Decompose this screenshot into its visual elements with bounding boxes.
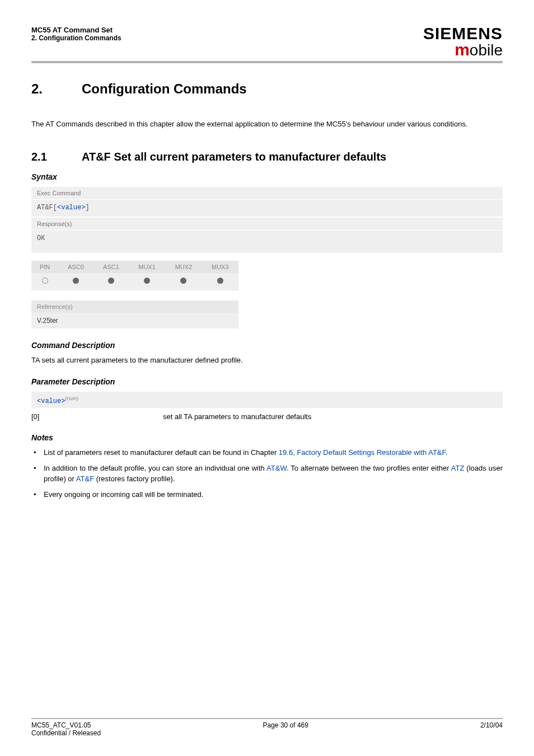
footer-left: MC55_ATC_V01.05: [31, 721, 91, 729]
section-heading: 2.1AT&F Set all current parameters to ma…: [31, 151, 503, 163]
exec-prefix: AT&F[: [37, 204, 57, 212]
footer-center: Page 30 of 469: [263, 721, 308, 729]
footer-divider: [31, 718, 503, 719]
param-name-link[interactable]: <value>: [37, 397, 65, 405]
chapter-title: Configuration Commands: [82, 81, 247, 96]
command-description-heading: Command Description: [31, 341, 503, 350]
exec-param-link[interactable]: <value>: [57, 204, 85, 212]
page-footer: MC55_ATC_V01.05 Page 30 of 469 2/10/04 C…: [31, 718, 503, 737]
exec-command-label: Exec Command: [31, 187, 503, 199]
notes-heading: Notes: [31, 433, 503, 442]
param-row: [0] set all TA parameters to manufacture…: [31, 412, 503, 421]
param-value: set all TA parameters to manufacturer de…: [163, 412, 311, 421]
command-description-text: TA sets all current parameters to the ma…: [31, 355, 503, 365]
doc-title: MC55 AT Command Set: [31, 26, 121, 34]
note-link[interactable]: AT&F: [76, 475, 94, 483]
exec-suffix: ]: [85, 204, 89, 212]
status-empty-icon: [31, 273, 58, 290]
col-asc0: ASC0: [58, 261, 93, 273]
param-sup: (num): [65, 396, 78, 401]
col-mux3: MUX3: [202, 261, 238, 273]
status-full-icon: [93, 273, 129, 290]
note-link[interactable]: 19.6, Factory Default Settings Restorabl…: [279, 448, 446, 457]
header-divider: [31, 61, 503, 63]
brand-m: m: [455, 40, 470, 59]
parameter-name-bar: <value>(num): [31, 392, 503, 408]
syntax-heading: Syntax: [31, 172, 503, 181]
col-mux2: MUX2: [165, 261, 202, 273]
note-item: Every ongoing or incoming call will be t…: [31, 490, 503, 500]
page-header: MC55 AT Command Set 2. Configuration Com…: [31, 26, 503, 58]
header-left: MC55 AT Command Set 2. Configuration Com…: [31, 26, 121, 42]
section-title: AT&F Set all current parameters to manuf…: [82, 151, 386, 163]
note-link[interactable]: AT&W: [266, 464, 287, 472]
footer-left2: Confidential / Released: [31, 729, 503, 737]
footer-right: 2/10/04: [480, 721, 503, 729]
reference-box: Reference(s) V.25ter: [31, 300, 238, 328]
col-pin: PIN: [31, 261, 58, 273]
response-label: Response(s): [31, 218, 503, 230]
reference-value: V.25ter: [31, 313, 238, 328]
col-asc1: ASC1: [93, 261, 129, 273]
chapter-intro: The AT Commands described in this chapte…: [31, 119, 503, 129]
reference-label: Reference(s): [31, 300, 238, 313]
response-code: OK: [31, 231, 503, 253]
brand-main: SIEMENS: [423, 26, 503, 42]
brand-logo: SIEMENS mobile: [423, 26, 503, 58]
exec-command-code: AT&F[<value>]: [31, 200, 503, 217]
status-full-icon: [58, 273, 93, 290]
capability-table: PIN ASC0 ASC1 MUX1 MUX2 MUX3: [31, 261, 238, 290]
col-mux1: MUX1: [129, 261, 165, 273]
capability-row: [31, 273, 238, 290]
notes-list: List of parameters reset to manufacturer…: [31, 448, 503, 500]
param-key: [0]: [31, 412, 163, 421]
status-full-icon: [202, 273, 238, 290]
capability-header-row: PIN ASC0 ASC1 MUX1 MUX2 MUX3: [31, 261, 238, 273]
chapter-number: 2.: [31, 81, 82, 97]
parameter-description-heading: Parameter Description: [31, 377, 503, 386]
brand-rest: obile: [470, 41, 503, 59]
status-full-icon: [129, 273, 165, 290]
doc-subtitle: 2. Configuration Commands: [31, 34, 121, 42]
status-full-icon: [165, 273, 202, 290]
resp-value: OK: [37, 234, 45, 242]
chapter-heading: 2.Configuration Commands: [31, 81, 503, 97]
note-link[interactable]: ATZ: [451, 464, 465, 472]
note-item: List of parameters reset to manufacturer…: [31, 448, 503, 458]
section-number: 2.1: [31, 151, 82, 163]
brand-sub: mobile: [423, 42, 503, 58]
note-item: In addition to the default profile, you …: [31, 463, 503, 483]
